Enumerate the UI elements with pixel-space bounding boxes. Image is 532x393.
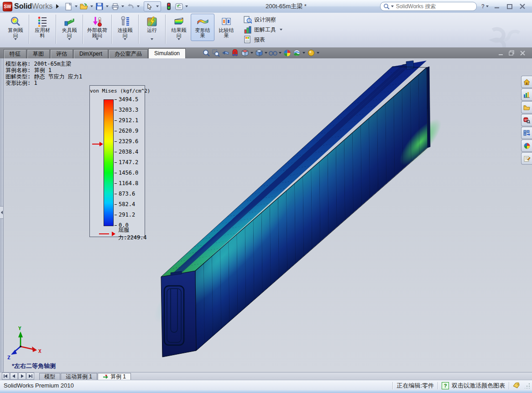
quick-tip-help-icon[interactable]: ? — [442, 382, 449, 389]
deformed-result-button[interactable]: 变形结果 — [191, 14, 214, 41]
hide-show-caret-icon[interactable] — [279, 52, 282, 54]
results-advisor-button[interactable]: 结果顾问 — [167, 14, 191, 41]
open-dropdown-caret-icon[interactable] — [90, 5, 93, 7]
save-icon[interactable] — [95, 2, 104, 11]
fixtures-advisor-caret-icon[interactable] — [68, 38, 71, 40]
doc-minimize-button[interactable] — [495, 49, 506, 57]
resize-grip[interactable] — [525, 383, 530, 388]
section-view-icon[interactable] — [231, 49, 240, 57]
file-explorer-button[interactable] — [521, 101, 532, 114]
view-settings-caret-icon[interactable] — [317, 52, 319, 54]
undo-dropdown-caret-icon[interactable] — [137, 5, 140, 7]
results-advisor-caret-icon[interactable] — [177, 38, 180, 40]
compare-results-button[interactable]: 比较结果 — [214, 14, 238, 41]
custom-properties-button[interactable] — [521, 152, 532, 165]
study-advisor-button[interactable]: 算例顾问 — [4, 14, 27, 41]
maximize-button[interactable] — [504, 2, 516, 10]
tab-evaluate[interactable]: 评估 — [50, 49, 73, 58]
connections-advisor-caret-icon[interactable] — [124, 38, 126, 40]
tab-study-1[interactable]: 算例 1 — [98, 373, 131, 380]
search-box[interactable] — [380, 2, 477, 11]
options-list-icon[interactable] — [174, 2, 183, 11]
undo-icon[interactable] — [126, 2, 135, 11]
appearances-scenes-button[interactable] — [521, 140, 532, 152]
run-caret-icon[interactable] — [151, 38, 153, 40]
help-dropdown-caret-icon[interactable] — [486, 5, 489, 7]
beam-front-face[interactable] — [161, 271, 196, 357]
tab-motion-study[interactable]: 运动算例 1 — [61, 373, 97, 380]
run-button[interactable]: 运行 — [140, 14, 164, 41]
external-loads-advisor-button[interactable]: 外部载荷顾问 — [84, 14, 110, 41]
hide-show-items-icon[interactable] — [269, 49, 277, 57]
zoom-area-icon[interactable] — [212, 49, 220, 57]
previous-view-icon[interactable] — [221, 49, 230, 57]
select-tool-button[interactable] — [144, 1, 161, 11]
external-loads-caret-icon[interactable] — [96, 38, 99, 40]
view-settings-icon[interactable] — [307, 49, 315, 57]
edit-appearance-icon[interactable] — [283, 49, 292, 57]
panel-expand-arrow-icon — [1, 211, 3, 214]
apply-scene-caret-icon[interactable] — [303, 52, 305, 54]
sw-search-button[interactable]: SW — [521, 114, 532, 126]
legend-colorbar[interactable] — [104, 99, 114, 226]
tab-dimxpert[interactable]: DimXpert — [73, 49, 108, 58]
tab-simulation[interactable]: Simulation — [148, 48, 186, 58]
doc-restore-button[interactable] — [506, 49, 516, 57]
editing-status: 正在编辑:零件 — [396, 382, 434, 390]
search-input[interactable] — [395, 3, 474, 10]
view-palette-button[interactable] — [521, 127, 532, 139]
tab-model[interactable]: 模型 — [39, 373, 60, 380]
connections-advisor-button[interactable]: 连接顾问 — [113, 14, 137, 41]
new-document-icon[interactable] — [64, 2, 73, 11]
doc-close-button[interactable] — [517, 49, 527, 57]
open-document-icon[interactable] — [79, 2, 89, 11]
display-style-icon[interactable] — [255, 49, 263, 57]
apply-material-button[interactable]: 应用材料 — [31, 14, 54, 41]
stress-legend[interactable]: von Mises (kgf/cm^2) 3494.5 3203.3 2912.… — [89, 85, 145, 237]
design-library-button[interactable] — [521, 88, 532, 101]
panel-expand-handle[interactable] — [0, 206, 4, 219]
custom-properties-icon — [524, 155, 530, 162]
previous-tab-button[interactable] — [10, 372, 18, 380]
next-tab-button[interactable] — [18, 372, 26, 380]
help-button[interactable]: ? — [481, 3, 485, 10]
tag-icon[interactable] — [513, 383, 520, 388]
plot-tools-caret-icon[interactable] — [280, 29, 282, 31]
zoom-fit-icon[interactable] — [202, 49, 211, 57]
report-button[interactable]: 报表 — [242, 35, 286, 45]
save-dropdown-caret-icon[interactable] — [106, 5, 109, 7]
last-tab-button[interactable] — [26, 372, 34, 380]
study-advisor-caret-icon[interactable] — [14, 38, 17, 40]
tab-features[interactable]: 特征 — [4, 49, 26, 58]
rebuild-traffic-light-icon[interactable] — [164, 2, 173, 11]
design-insight-button[interactable]: 设计洞察 — [242, 15, 286, 25]
compare-results-icon — [221, 16, 232, 27]
graphics-viewport[interactable]: Y X Z 模型名称: 200t-65m主梁 算例名称: 算例 1 图解类型: … — [0, 58, 532, 372]
menu-expand-icon[interactable] — [56, 4, 59, 9]
tab-sketch[interactable]: 草图 — [27, 49, 50, 58]
view-orientation-icon[interactable] — [240, 49, 249, 57]
display-style-caret-icon[interactable] — [265, 52, 267, 54]
apply-scene-icon[interactable] — [292, 49, 301, 57]
select-dropdown-caret-icon[interactable] — [156, 5, 159, 7]
yield-strength-value: 屈服力:2249.4 — [118, 226, 147, 242]
solidworks-logo-icon[interactable]: SW — [3, 2, 12, 11]
new-dropdown-caret-icon[interactable] — [75, 5, 78, 7]
fixtures-advisor-button[interactable]: 夹具顾问 — [57, 14, 81, 41]
run-icon — [146, 16, 157, 27]
close-button[interactable] — [516, 2, 528, 10]
print-icon[interactable] — [110, 2, 120, 11]
options-dropdown-caret-icon[interactable] — [185, 5, 188, 7]
view-orientation-caret-icon[interactable] — [250, 52, 253, 54]
tab-office-products[interactable]: 办公室产品 — [109, 49, 148, 58]
legend-tick: 582.4 — [119, 201, 135, 207]
resources-home-button[interactable] — [521, 76, 532, 88]
results-advisor-icon — [173, 16, 184, 27]
search-scope-caret-icon[interactable] — [391, 5, 394, 7]
beam-model[interactable]: Y X Z — [0, 58, 532, 372]
minimize-button[interactable] — [491, 2, 503, 10]
beam-side-face[interactable] — [153, 58, 441, 372]
plot-tools-button[interactable]: 图解工具 — [242, 25, 286, 35]
print-dropdown-caret-icon[interactable] — [121, 5, 124, 7]
first-tab-button[interactable] — [2, 372, 10, 380]
